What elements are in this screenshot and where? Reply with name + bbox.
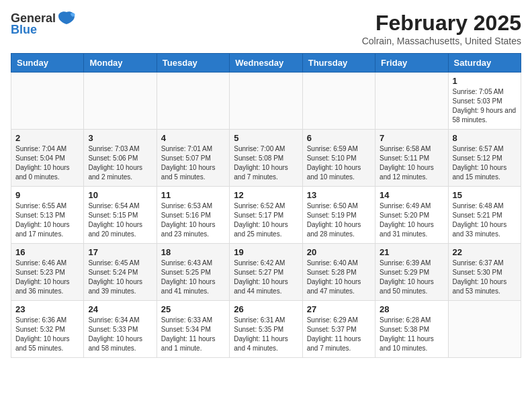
day-number: 16 bbox=[15, 247, 79, 257]
day-number: 21 bbox=[380, 247, 443, 257]
day-number: 7 bbox=[380, 133, 443, 143]
calendar-cell: 18Sunrise: 6:43 AM Sunset: 5:25 PM Dayli… bbox=[157, 244, 229, 301]
day-info: Sunrise: 6:43 AM Sunset: 5:25 PM Dayligh… bbox=[161, 259, 225, 296]
weekday-header-friday: Friday bbox=[375, 54, 448, 73]
weekday-header-wednesday: Wednesday bbox=[230, 54, 302, 73]
calendar-cell: 22Sunrise: 6:37 AM Sunset: 5:30 PM Dayli… bbox=[448, 244, 521, 301]
calendar-cell: 28Sunrise: 6:28 AM Sunset: 5:38 PM Dayli… bbox=[375, 301, 448, 358]
calendar-cell: 6Sunrise: 6:59 AM Sunset: 5:10 PM Daylig… bbox=[302, 130, 375, 187]
day-number: 3 bbox=[88, 133, 152, 143]
day-info: Sunrise: 6:46 AM Sunset: 5:23 PM Dayligh… bbox=[15, 259, 79, 296]
day-number: 14 bbox=[380, 190, 443, 200]
calendar-cell bbox=[230, 73, 302, 130]
day-info: Sunrise: 7:01 AM Sunset: 5:07 PM Dayligh… bbox=[161, 144, 225, 182]
calendar-cell: 10Sunrise: 6:54 AM Sunset: 5:15 PM Dayli… bbox=[84, 187, 157, 244]
calendar-cell: 16Sunrise: 6:46 AM Sunset: 5:23 PM Dayli… bbox=[11, 244, 84, 301]
day-info: Sunrise: 6:55 AM Sunset: 5:13 PM Dayligh… bbox=[15, 201, 79, 239]
day-number: 25 bbox=[161, 304, 225, 314]
day-number: 27 bbox=[307, 304, 371, 314]
day-number: 18 bbox=[161, 247, 225, 257]
calendar-cell: 23Sunrise: 6:36 AM Sunset: 5:32 PM Dayli… bbox=[11, 301, 84, 358]
calendar-week-3: 9Sunrise: 6:55 AM Sunset: 5:13 PM Daylig… bbox=[11, 187, 521, 244]
day-number: 28 bbox=[380, 304, 443, 314]
calendar-cell: 8Sunrise: 6:57 AM Sunset: 5:12 PM Daylig… bbox=[448, 130, 521, 187]
day-number: 13 bbox=[307, 190, 371, 200]
day-number: 22 bbox=[453, 247, 517, 257]
day-info: Sunrise: 6:40 AM Sunset: 5:28 PM Dayligh… bbox=[307, 259, 371, 296]
day-info: Sunrise: 7:03 AM Sunset: 5:06 PM Dayligh… bbox=[88, 144, 152, 182]
day-info: Sunrise: 6:59 AM Sunset: 5:10 PM Dayligh… bbox=[307, 144, 371, 182]
calendar-cell: 7Sunrise: 6:58 AM Sunset: 5:11 PM Daylig… bbox=[375, 130, 448, 187]
calendar-cell: 2Sunrise: 7:04 AM Sunset: 5:04 PM Daylig… bbox=[11, 130, 84, 187]
calendar-cell: 21Sunrise: 6:39 AM Sunset: 5:29 PM Dayli… bbox=[375, 244, 448, 301]
day-number: 2 bbox=[15, 133, 79, 143]
day-info: Sunrise: 6:49 AM Sunset: 5:20 PM Dayligh… bbox=[380, 201, 443, 239]
calendar-cell: 17Sunrise: 6:45 AM Sunset: 5:24 PM Dayli… bbox=[84, 244, 157, 301]
day-info: Sunrise: 6:57 AM Sunset: 5:12 PM Dayligh… bbox=[453, 144, 517, 182]
day-number: 4 bbox=[161, 133, 225, 143]
day-info: Sunrise: 6:48 AM Sunset: 5:21 PM Dayligh… bbox=[453, 201, 517, 239]
calendar-cell: 19Sunrise: 6:42 AM Sunset: 5:27 PM Dayli… bbox=[230, 244, 302, 301]
day-info: Sunrise: 6:45 AM Sunset: 5:24 PM Dayligh… bbox=[88, 259, 152, 296]
calendar-week-5: 23Sunrise: 6:36 AM Sunset: 5:32 PM Dayli… bbox=[11, 301, 521, 358]
calendar-cell: 11Sunrise: 6:53 AM Sunset: 5:16 PM Dayli… bbox=[157, 187, 229, 244]
calendar-table: SundayMondayTuesdayWednesdayThursdayFrid… bbox=[11, 53, 521, 358]
day-info: Sunrise: 6:42 AM Sunset: 5:27 PM Dayligh… bbox=[234, 259, 298, 296]
day-number: 10 bbox=[88, 190, 152, 200]
day-info: Sunrise: 6:54 AM Sunset: 5:15 PM Dayligh… bbox=[88, 201, 152, 239]
calendar-cell: 1Sunrise: 7:05 AM Sunset: 5:03 PM Daylig… bbox=[448, 73, 521, 130]
day-info: Sunrise: 6:28 AM Sunset: 5:38 PM Dayligh… bbox=[380, 316, 443, 353]
location-subtitle: Colrain, Massachusetts, United States bbox=[362, 36, 521, 46]
day-number: 23 bbox=[15, 304, 79, 314]
weekday-header-thursday: Thursday bbox=[302, 54, 375, 73]
logo-blue-text: Blue bbox=[11, 23, 37, 37]
day-info: Sunrise: 7:00 AM Sunset: 5:08 PM Dayligh… bbox=[234, 144, 298, 182]
day-number: 6 bbox=[307, 133, 371, 143]
calendar-cell bbox=[11, 73, 84, 130]
weekday-header-saturday: Saturday bbox=[448, 54, 521, 73]
day-info: Sunrise: 6:29 AM Sunset: 5:37 PM Dayligh… bbox=[307, 316, 371, 353]
calendar-cell bbox=[84, 73, 157, 130]
calendar-cell: 24Sunrise: 6:34 AM Sunset: 5:33 PM Dayli… bbox=[84, 301, 157, 358]
day-number: 11 bbox=[161, 190, 225, 200]
calendar-cell: 4Sunrise: 7:01 AM Sunset: 5:07 PM Daylig… bbox=[157, 130, 229, 187]
day-info: Sunrise: 7:05 AM Sunset: 5:03 PM Dayligh… bbox=[453, 87, 517, 125]
day-info: Sunrise: 6:50 AM Sunset: 5:19 PM Dayligh… bbox=[307, 201, 371, 239]
calendar-week-2: 2Sunrise: 7:04 AM Sunset: 5:04 PM Daylig… bbox=[11, 130, 521, 187]
calendar-cell: 5Sunrise: 7:00 AM Sunset: 5:08 PM Daylig… bbox=[230, 130, 302, 187]
day-info: Sunrise: 6:31 AM Sunset: 5:35 PM Dayligh… bbox=[234, 316, 298, 353]
calendar-cell bbox=[302, 73, 375, 130]
day-number: 19 bbox=[234, 247, 298, 257]
day-number: 12 bbox=[234, 190, 298, 200]
day-number: 20 bbox=[307, 247, 371, 257]
calendar-cell: 9Sunrise: 6:55 AM Sunset: 5:13 PM Daylig… bbox=[11, 187, 84, 244]
calendar-cell: 26Sunrise: 6:31 AM Sunset: 5:35 PM Dayli… bbox=[230, 301, 302, 358]
logo: General Blue bbox=[11, 11, 76, 37]
calendar-header-row: SundayMondayTuesdayWednesdayThursdayFrid… bbox=[11, 54, 521, 73]
month-title: February 2025 bbox=[362, 11, 521, 36]
day-info: Sunrise: 6:33 AM Sunset: 5:34 PM Dayligh… bbox=[161, 316, 225, 353]
day-info: Sunrise: 6:37 AM Sunset: 5:30 PM Dayligh… bbox=[453, 259, 517, 296]
day-number: 15 bbox=[453, 190, 517, 200]
calendar-week-4: 16Sunrise: 6:46 AM Sunset: 5:23 PM Dayli… bbox=[11, 244, 521, 301]
day-info: Sunrise: 6:36 AM Sunset: 5:32 PM Dayligh… bbox=[15, 316, 79, 353]
day-number: 26 bbox=[234, 304, 298, 314]
day-number: 24 bbox=[88, 304, 152, 314]
day-info: Sunrise: 7:04 AM Sunset: 5:04 PM Dayligh… bbox=[15, 144, 79, 182]
calendar-week-1: 1Sunrise: 7:05 AM Sunset: 5:03 PM Daylig… bbox=[11, 73, 521, 130]
calendar-cell bbox=[448, 301, 521, 358]
weekday-header-tuesday: Tuesday bbox=[157, 54, 229, 73]
calendar-cell: 13Sunrise: 6:50 AM Sunset: 5:19 PM Dayli… bbox=[302, 187, 375, 244]
day-info: Sunrise: 6:39 AM Sunset: 5:29 PM Dayligh… bbox=[380, 259, 443, 296]
calendar-cell bbox=[157, 73, 229, 130]
day-number: 8 bbox=[453, 133, 517, 143]
calendar-cell bbox=[375, 73, 448, 130]
weekday-header-sunday: Sunday bbox=[11, 54, 84, 73]
weekday-header-monday: Monday bbox=[84, 54, 157, 73]
day-number: 9 bbox=[15, 190, 79, 200]
calendar-cell: 27Sunrise: 6:29 AM Sunset: 5:37 PM Dayli… bbox=[302, 301, 375, 358]
day-info: Sunrise: 6:34 AM Sunset: 5:33 PM Dayligh… bbox=[88, 316, 152, 353]
day-info: Sunrise: 6:53 AM Sunset: 5:16 PM Dayligh… bbox=[161, 201, 225, 239]
calendar-cell: 15Sunrise: 6:48 AM Sunset: 5:21 PM Dayli… bbox=[448, 187, 521, 244]
logo-bird-icon bbox=[57, 11, 76, 26]
